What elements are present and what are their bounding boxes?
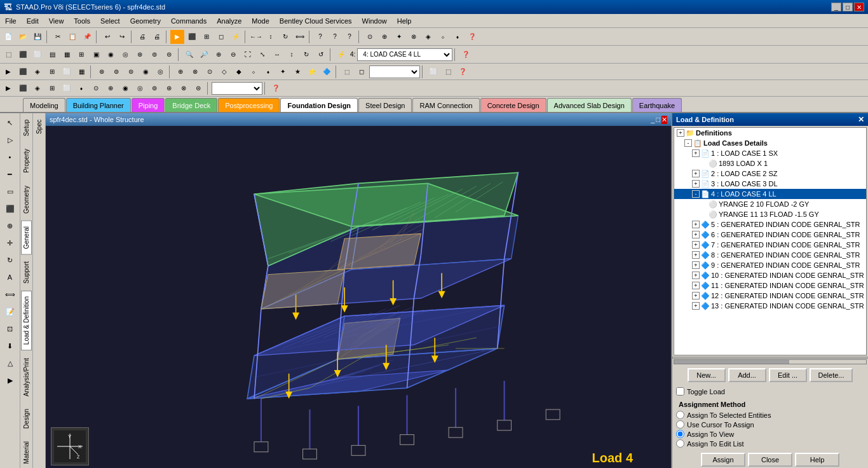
tb-print[interactable]: 🖨 [135,30,149,44]
definition-tree[interactable]: + 📁 Definitions - 📋 Load Cases Details +… [674,127,867,355]
expand-load-cases[interactable]: - [684,139,692,147]
tree-lc1[interactable]: + 📄 1 : LOAD CASE 1 SX [674,148,866,158]
expand-lc3[interactable]: + [692,180,700,188]
tb3-9[interactable]: ⊜ [124,65,138,79]
tb2-7[interactable]: ▣ [89,48,103,62]
left-btn-move[interactable]: ✛ [2,235,18,251]
left-btn-solid[interactable]: ⬛ [2,200,18,217]
tb-paste[interactable]: 📌 [80,30,94,44]
tb3-26[interactable]: ⬚ [441,65,455,79]
tb3-24[interactable]: ◻ [355,65,369,79]
menu-window[interactable]: Window [357,14,392,27]
tb-snap6[interactable]: ⬦ [436,30,450,44]
render-dropdown[interactable] [369,65,420,78]
tb2-zoom7[interactable]: ↔ [270,48,284,62]
tb-select2[interactable]: ⬛ [185,30,199,44]
expand-lc12[interactable]: + [692,292,700,299]
left-btn-dim[interactable]: ⟺ [2,286,18,303]
tb3-20[interactable]: ★ [290,65,304,79]
menu-analyze[interactable]: Analyze [212,14,247,27]
tb3-14[interactable]: ⊙ [203,65,217,79]
tb2-10[interactable]: ⊛ [133,48,147,62]
tree-lc8[interactable]: + 🔷 8 : GENERATED INDIAN CODE GENRAL_STR [674,250,866,260]
tb4-9[interactable]: ◉ [118,81,132,95]
left-btn-beam[interactable]: ━ [2,166,18,182]
left-btn-node[interactable]: • [2,149,18,165]
tb2-zoom5[interactable]: ⛶ [241,48,255,62]
tb2-1[interactable]: ⬚ [1,48,15,62]
tb2-help2[interactable]: ❓ [459,48,473,62]
tb3-16[interactable]: ◆ [232,65,246,79]
tb3-25[interactable]: ⬜ [426,65,440,79]
tb4-5[interactable]: ⬜ [60,81,74,95]
menu-geometry[interactable]: Geometry [125,14,166,27]
tb2-3[interactable]: ⬜ [31,48,44,62]
tree-lc6[interactable]: + 🔷 6 : GENERATED INDIAN CODE GENRAL_STR [674,230,866,240]
menu-mode[interactable]: Mode [247,14,275,27]
menu-select[interactable]: Select [95,14,125,27]
left-btn-rotate[interactable]: ↻ [2,252,18,268]
tb3-21[interactable]: ⭐ [305,65,319,79]
new-button[interactable]: New... [688,368,726,382]
tb3-help[interactable]: ❓ [456,65,470,79]
tb4-3[interactable]: ◈ [31,81,44,95]
tb-undo[interactable]: ↩ [100,30,114,44]
tb-move1[interactable]: ←→ [249,30,263,44]
tree-lc10[interactable]: + 🔷 10 : GENERATED INDIAN CODE GENRAL_ST… [674,270,866,280]
tb-q2[interactable]: ? [328,30,342,44]
tree-definitions[interactable]: + 📁 Definitions [674,128,866,138]
tb2-6[interactable]: ⊞ [74,48,88,62]
tab-piping[interactable]: Piping [132,98,165,112]
tree-lc5[interactable]: + 🔷 5 : GENERATED INDIAN CODE GENRAL_STR [674,219,866,230]
add-button[interactable]: Add... [728,368,766,382]
viewport-content[interactable]: Load 4 Y X Z [46,126,671,468]
tb-snap2[interactable]: ⊕ [377,30,391,44]
assign-selected-radio[interactable] [676,411,684,419]
tb3-5[interactable]: ⬜ [60,65,74,79]
tb2-zoom4[interactable]: ⊖ [226,48,240,62]
menu-file[interactable]: File [0,14,22,27]
vtab-load[interactable]: Load & Definition [21,291,32,350]
tb-snap3[interactable]: ✦ [392,30,406,44]
tb-save[interactable]: 💾 [31,30,44,44]
tree-lc13[interactable]: + 🔷 13 : GENERATED INDIAN CODE GENRAL_ST… [674,301,866,311]
tb2-zoom6[interactable]: ⤡ [255,48,269,62]
tb2-12[interactable]: ⊜ [162,48,176,62]
tab-bridge[interactable]: Bridge Deck [165,98,217,112]
viewport-minimize[interactable]: _ [651,116,654,124]
tb2-4[interactable]: ▤ [45,48,59,62]
tb3-19[interactable]: ✦ [276,65,290,79]
expand-lc11[interactable]: + [692,282,700,289]
left-btn-select[interactable]: ▷ [2,132,18,148]
menu-edit[interactable]: Edit [22,14,44,27]
tb2-11[interactable]: ⊚ [147,48,161,62]
use-cursor-radio[interactable] [676,420,684,429]
close-button[interactable]: Close [748,453,792,467]
left-btn-annotation[interactable]: 📝 [2,303,18,320]
tree-lc4-sub2[interactable]: ⚪ YRANGE 11 13 FLOAD -1.5 GY [674,209,866,219]
left-btn-cursor[interactable]: ↖ [2,114,18,131]
toggle-load-checkbox[interactable] [676,387,684,396]
tree-hscroll[interactable] [672,357,868,366]
tb3-3[interactable]: ◈ [31,65,44,79]
tb2-rot1[interactable]: ↻ [299,48,313,62]
tb2-5[interactable]: ▦ [60,48,74,62]
expand-lc13[interactable]: + [692,302,700,310]
tb-snap7[interactable]: ⬧ [451,30,465,44]
tb4-help[interactable]: ❓ [269,81,283,95]
expand-lc1[interactable]: + [692,149,700,157]
tb4-2[interactable]: ⬛ [16,81,30,95]
panel-close-button[interactable]: ✕ [858,115,864,124]
tb-cut[interactable]: ✂ [51,30,65,44]
tree-lc3[interactable]: + 📄 3 : LOAD CASE 3 DL [674,179,866,189]
left-btn-section[interactable]: ⊡ [2,320,18,337]
tab-foundation-design[interactable]: Foundation Design [280,98,358,112]
tab-advanced-slab[interactable]: Advanced Slab Design [547,98,632,112]
tree-lc1-sub[interactable]: ⚪ 1893 LOAD X 1 [674,158,866,169]
left-btn-label[interactable]: A [2,269,18,286]
tb-snap5[interactable]: ◈ [421,30,435,44]
tb-select5[interactable]: ⚡ [229,30,243,44]
tb2-zoom1[interactable]: 🔍 [182,48,196,62]
tb3-12[interactable]: ⊕ [173,65,187,79]
tb3-17[interactable]: ⬦ [247,65,261,79]
